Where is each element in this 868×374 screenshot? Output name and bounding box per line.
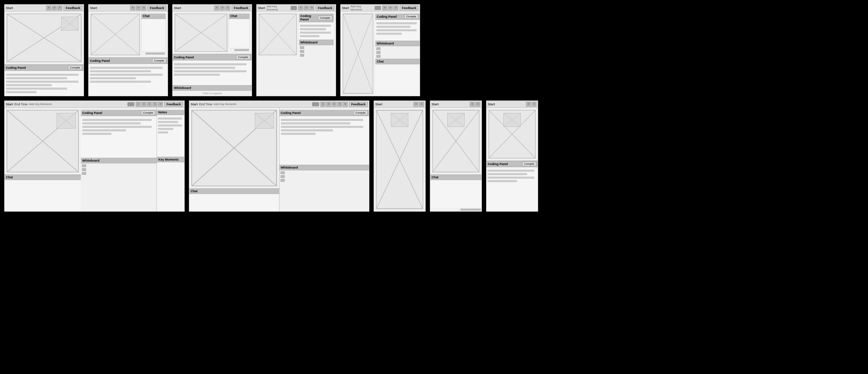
close-icon[interactable]: ✕ — [475, 102, 480, 107]
chat-header-3: Chat — [229, 14, 250, 19]
whiteboard-header-7[interactable]: Whiteboard — [279, 165, 369, 170]
note-line — [158, 124, 182, 127]
feedback-button-2[interactable]: Feedback — [148, 6, 166, 10]
video-placeholder-1 — [7, 14, 82, 62]
compile-button-5[interactable]: Compile — [404, 14, 418, 19]
code-line — [300, 32, 331, 34]
code-line — [300, 35, 319, 37]
chat-header-6[interactable]: Chat — [5, 174, 81, 180]
feedback-button-5[interactable]: Feedback — [400, 6, 418, 10]
topbar-2: Start ✕ ✕ ✕ Feedback — [89, 5, 168, 11]
close-icon[interactable]: ✕ — [326, 102, 331, 107]
wb-item — [281, 175, 285, 178]
compile-button-4[interactable]: Compile — [318, 16, 332, 20]
whiteboard-header-3[interactable]: Whiteboard — [173, 85, 252, 91]
close-icon[interactable]: ✕ — [382, 6, 387, 10]
feedback-button-4[interactable]: Feedback — [316, 6, 334, 10]
close-icon[interactable]: ✕ — [136, 102, 141, 107]
coding-panel-label-3: Coding Panel — [174, 56, 194, 59]
close-icon-1[interactable]: ✕ — [46, 6, 51, 10]
icon-group-9: ✕ ✕ — [470, 102, 480, 107]
scrollbar-3[interactable] — [234, 49, 249, 51]
close-icon[interactable]: ✕ — [141, 102, 146, 107]
wb-item — [376, 47, 381, 50]
whiteboard-content-7 — [279, 170, 369, 183]
whiteboard-header-4[interactable]: Whiteboard — [299, 40, 334, 45]
note-line — [158, 131, 168, 133]
close-icon[interactable]: ✕ — [332, 102, 336, 107]
toggle-5[interactable] — [375, 6, 381, 10]
close-icon[interactable]: ✕ — [470, 102, 475, 107]
coding-panel-content-1 — [5, 71, 84, 96]
whiteboard-header-6[interactable]: Whiteboard — [81, 158, 157, 163]
close-icon-2[interactable]: ✕ — [52, 6, 57, 10]
chat-header-5[interactable]: Chat — [375, 59, 420, 64]
code-line — [6, 84, 52, 86]
code-line — [487, 170, 534, 172]
topbar-8: Start ✕ ✕ — [374, 101, 425, 108]
feedback-button-6[interactable]: Feedback — [164, 102, 183, 107]
feedback-button-3[interactable]: Feedback — [232, 6, 250, 10]
close-icon[interactable]: ✕ — [158, 102, 163, 107]
close-icon[interactable]: ✕ — [220, 6, 225, 10]
chat-header-9[interactable]: Chat — [430, 174, 482, 180]
compile-button-1[interactable]: Compile — [68, 65, 82, 70]
topbar-1: Start ✕ ✕ ✕ Feedback — [5, 5, 84, 11]
compile-button-2[interactable]: Compile — [152, 58, 166, 63]
close-icon[interactable]: ✕ — [343, 102, 348, 107]
close-icon[interactable]: ✕ — [141, 6, 146, 10]
close-icon[interactable]: ✕ — [214, 6, 219, 10]
code-line — [82, 122, 141, 124]
coding-panel-label-7: Coding Panel — [281, 111, 301, 115]
close-icon[interactable]: ✕ — [309, 6, 314, 10]
close-icon[interactable]: ✕ — [393, 6, 398, 10]
compile-button-10[interactable]: Compile — [522, 162, 536, 166]
close-icon-3[interactable]: ✕ — [57, 6, 62, 10]
add-key-moments-4: Add Key Moments — [267, 5, 288, 11]
compile-button-6[interactable]: Compile — [141, 111, 155, 115]
wireframe-10: Start ✕ ✕ Coding Panel Compile — [486, 100, 538, 212]
compile-button-3[interactable]: Compile — [236, 55, 250, 59]
close-icon[interactable]: ✕ — [532, 102, 536, 107]
close-icon[interactable]: ✕ — [152, 102, 157, 107]
close-icon[interactable]: ✕ — [298, 6, 303, 10]
icon-group-6: ✕ ✕ ✕ ✕ ✕ — [136, 102, 163, 107]
close-icon[interactable]: ✕ — [225, 6, 230, 10]
code-line — [376, 26, 410, 28]
toggle-7[interactable] — [312, 102, 319, 106]
key-moments-label-6: Key Moments — [158, 158, 179, 161]
compile-button-7[interactable]: Compile — [353, 111, 368, 115]
close-icon[interactable]: ✕ — [419, 102, 424, 107]
close-icon[interactable]: ✕ — [526, 102, 531, 107]
close-icon[interactable]: ✕ — [130, 6, 135, 10]
code-line — [82, 129, 126, 131]
icon-group-3: ✕ ✕ ✕ — [214, 6, 230, 10]
toggle-6[interactable] — [127, 102, 134, 106]
code-line — [90, 70, 151, 72]
wb-item — [300, 46, 304, 49]
close-icon[interactable]: ✕ — [337, 102, 342, 107]
chat-header-7[interactable]: Chat — [189, 188, 279, 194]
coding-panel-header-4: Coding Panel Compile — [299, 14, 334, 22]
close-icon[interactable]: ✕ — [304, 6, 309, 10]
whiteboard-label-4: Whiteboard — [300, 41, 318, 44]
close-icon[interactable]: ✕ — [414, 102, 418, 107]
close-icon[interactable]: ✕ — [320, 102, 325, 107]
toggle-4[interactable] — [291, 6, 297, 10]
feedback-button-1[interactable]: Feedback — [64, 6, 82, 10]
close-icon[interactable]: ✕ — [147, 102, 152, 107]
icon-group-4: ✕ ✕ ✕ — [298, 6, 314, 10]
close-icon[interactable]: ✕ — [388, 6, 393, 10]
chat-label-6: Chat — [6, 176, 13, 179]
click-expand-3[interactable]: Click to expand — [173, 91, 252, 96]
add-key-moments-7: Add Key Moments — [214, 103, 236, 106]
topbar-7: Start End Time Add Key Moments ✕ ✕ ✕ ✕ ✕… — [189, 101, 369, 108]
close-icon[interactable]: ✕ — [136, 6, 141, 10]
scrollbar-2[interactable] — [145, 52, 165, 55]
wireframe-1: Start ✕ ✕ ✕ Feedback Coding Panel Compil… — [4, 4, 84, 96]
feedback-button-7[interactable]: Feedback — [349, 102, 368, 107]
wireframe-7: Start End Time Add Key Moments ✕ ✕ ✕ ✕ ✕… — [189, 100, 369, 212]
whiteboard-header-5[interactable]: Whiteboard — [375, 41, 420, 46]
icon-group-7: ✕ ✕ ✕ ✕ ✕ — [320, 102, 348, 107]
scrollbar-9[interactable] — [460, 209, 481, 211]
